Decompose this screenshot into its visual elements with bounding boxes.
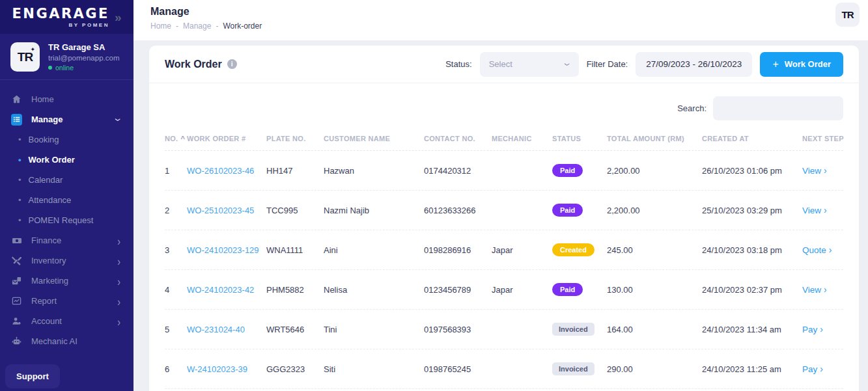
sidebar-item-inventory[interactable]: Inventory › [0, 250, 133, 271]
created-at: 24/10/2023 03:18 pm [702, 245, 802, 255]
account-icon [11, 316, 22, 327]
bullet-icon: • [18, 215, 21, 225]
row-number: 6 [165, 364, 187, 374]
online-status-label: online [55, 64, 74, 72]
col-amount[interactable]: TOTAL AMOUNT (RM) [607, 135, 702, 142]
sidebar-item-attendance[interactable]: • Attendance [0, 190, 133, 210]
chevron-right-icon: › [117, 274, 120, 288]
work-order-link[interactable]: WO-231024-40 [187, 325, 245, 334]
sidebar-item-calendar[interactable]: • Calendar [0, 170, 133, 190]
work-order-link[interactable]: WO-25102023-45 [187, 206, 254, 215]
customer-name: Nelisa [324, 285, 424, 295]
created-at: 24/10/2023 11:25 am [702, 364, 802, 374]
avatar-star-icon: ✦ [30, 46, 35, 53]
sidebar-item-work-order[interactable]: • Work Order [0, 150, 133, 170]
brand-name: ENGARAGE [12, 6, 109, 21]
add-work-order-button[interactable]: + Work Order [760, 52, 843, 77]
status-badge: Invoiced [552, 323, 595, 336]
col-mechanic[interactable]: MECHANIC [492, 135, 552, 142]
bullet-icon: • [18, 195, 21, 205]
table-section: Search: NO.^ WORK ORDER # PLATE NO. CUST… [149, 83, 859, 389]
customer-name: Hazwan [324, 166, 424, 176]
brand-tagline: BY POMEN [68, 22, 109, 28]
profile-name: TR Garage SA [48, 42, 119, 52]
plate-no: WNA1111 [266, 245, 324, 255]
chevron-right-icon: › [824, 165, 827, 176]
col-status[interactable]: STATUS [552, 135, 607, 142]
work-order-link[interactable]: WO-24102023-129 [187, 245, 259, 255]
chevron-right-icon: › [117, 234, 120, 247]
sidebar-item-report[interactable]: Report › [0, 291, 133, 311]
app-window: ENGARAGE BY POMEN » TR ✦ TR Garage SA tr… [0, 0, 868, 391]
col-created[interactable]: CREATED AT [702, 135, 802, 142]
profile-card: TR ✦ TR Garage SA trial@pomenapp.com onl… [0, 34, 133, 80]
next-step-link[interactable]: Pay› [802, 364, 823, 374]
chevron-right-icon: › [829, 245, 832, 255]
filter-date-input[interactable]: 27/09/2023 - 26/10/2023 [636, 52, 752, 77]
work-order-link[interactable]: WO-24102023-42 [187, 285, 254, 295]
row-number: 3 [165, 245, 187, 255]
breadcrumb-home[interactable]: Home [150, 21, 171, 31]
sidebar-item-pomen-request[interactable]: • POMEN Request [0, 210, 133, 230]
sidebar-item-finance[interactable]: Finance › [0, 230, 133, 250]
robot-icon [11, 336, 22, 347]
col-no[interactable]: NO.^ [165, 135, 187, 142]
sidebar-item-account[interactable]: Account › [0, 311, 133, 331]
work-order-link[interactable]: W-24102023-39 [187, 364, 247, 374]
breadcrumb-separator: - [216, 21, 218, 31]
contact-no: 0197568393 [424, 325, 492, 334]
created-at: 25/10/2023 03:29 pm [702, 206, 802, 215]
chevron-down-icon: › [561, 62, 575, 66]
bullet-icon: • [18, 155, 21, 165]
status-badge: Paid [552, 204, 583, 217]
status-badge: Paid [552, 164, 583, 177]
work-order-link[interactable]: WO-26102023-46 [187, 166, 254, 176]
status-select[interactable]: Select › [480, 52, 579, 77]
col-work-order[interactable]: WORK ORDER # [187, 135, 266, 142]
contact-no: 0198286916 [424, 245, 492, 255]
work-order-card: Work Order i Status: Select › Filter Dat… [149, 46, 859, 391]
breadcrumb-separator: - [176, 21, 178, 31]
created-at: 26/10/2023 01:06 pm [702, 166, 802, 176]
next-step-link[interactable]: View› [802, 284, 827, 295]
col-next-step[interactable]: NEXT STEP [802, 135, 844, 142]
plate-no: TCC995 [266, 206, 324, 215]
breadcrumb-manage[interactable]: Manage [183, 21, 211, 31]
total-amount: 245.00 [607, 245, 702, 255]
plus-icon: + [772, 59, 778, 70]
col-customer[interactable]: CUSTOMER NAME [324, 135, 424, 142]
table-body: 1 WO-26102023-46 HH147 Hazwan 0174420312… [165, 151, 843, 389]
sidebar-item-home[interactable]: Home [0, 89, 133, 109]
plate-no: HH147 [266, 166, 324, 176]
chevron-right-icon: › [820, 324, 823, 334]
table-header-row: NO.^ WORK ORDER # PLATE NO. CUSTOMER NAM… [165, 120, 843, 151]
plate-no: GGG2323 [266, 364, 324, 374]
support-button[interactable]: Support [5, 364, 60, 388]
sidebar-item-booking[interactable]: • Booking [0, 129, 133, 150]
chevron-right-icon: › [117, 294, 120, 308]
chevron-down-icon: › [112, 118, 126, 121]
contact-no: 0174420312 [424, 166, 492, 176]
next-step-link[interactable]: Pay› [802, 324, 823, 334]
next-step-link[interactable]: View› [802, 205, 827, 215]
sidebar-collapse-icon[interactable]: » [115, 11, 122, 23]
sidebar-item-manage[interactable]: Manage › [0, 109, 133, 129]
user-menu-avatar[interactable]: TR [835, 3, 860, 27]
search-input[interactable] [713, 96, 843, 120]
row-number: 1 [165, 166, 187, 176]
top-header: Manage Home - Manage - Work-order TR [133, 0, 868, 40]
home-icon [11, 94, 22, 105]
col-plate[interactable]: PLATE NO. [266, 135, 324, 142]
contact-no: 60123633266 [424, 206, 492, 215]
info-icon[interactable]: i [227, 59, 237, 69]
col-contact[interactable]: CONTACT NO. [424, 135, 492, 142]
plate-no: WRT5646 [266, 325, 324, 334]
next-step-link[interactable]: View› [802, 165, 827, 176]
next-step-link[interactable]: Quote› [802, 245, 832, 255]
sidebar-item-marketing[interactable]: Marketing › [0, 271, 133, 291]
status-select-value: Select [489, 59, 567, 69]
total-amount: 164.00 [607, 325, 702, 334]
sidebar-item-mechanic-ai[interactable]: Mechanic AI [0, 331, 133, 351]
chevron-right-icon: › [117, 254, 120, 267]
breadcrumb: Home - Manage - Work-order [150, 21, 262, 31]
